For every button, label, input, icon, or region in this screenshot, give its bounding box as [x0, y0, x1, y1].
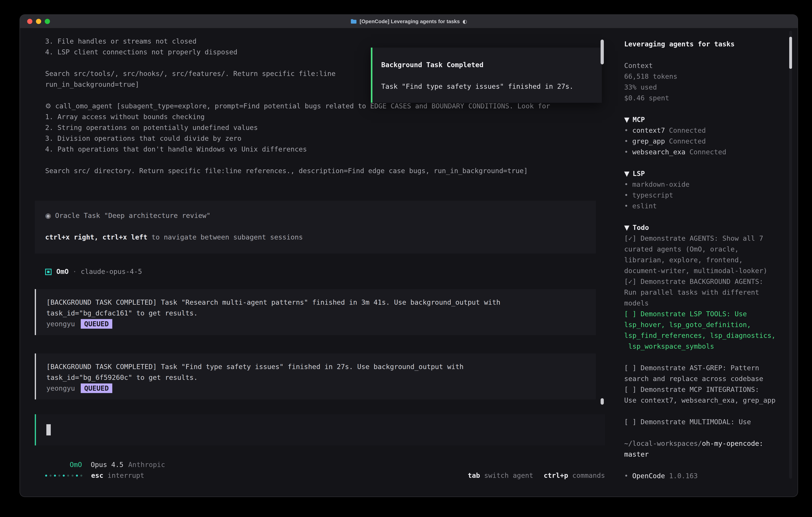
bullet-icon: •: [624, 180, 628, 188]
titlebar: [OpenCode] Leveraging agents for tasks ◐: [20, 15, 798, 28]
background-task-message: [BACKGROUND TASK COMPLETED] Task "Resear…: [35, 289, 596, 335]
bullet-icon: •: [624, 137, 628, 145]
agent-model: claude-opus-4-5: [81, 266, 142, 277]
mcp-item: •websearch_exaConnected: [624, 147, 784, 158]
todo-line-active: lsp_find_references, lsp_diagnostics,: [624, 330, 784, 341]
todo-line: curated agents (OmO, oracle,: [624, 244, 784, 255]
app-version: 1.0.163: [669, 472, 698, 480]
todo-line-active: lsp_workspace_symbols: [624, 341, 784, 352]
lsp-name: eslint: [632, 202, 657, 210]
window-title-text: [OpenCode] Leveraging agents for tasks: [360, 19, 460, 24]
todo-line: [ ] Demonstrate AST-GREP: Pattern: [624, 363, 784, 374]
message-line: task_id="bg_6f59260c" to get results.: [46, 372, 596, 383]
agent-name: OmO: [56, 266, 68, 277]
bullet-icon: •: [624, 191, 628, 199]
screen: [OpenCode] Leveraging agents for tasks ◐…: [0, 0, 812, 517]
message-user: yeongyu: [46, 384, 75, 392]
esc-label: [103, 470, 108, 481]
mcp-heading: MCP: [633, 115, 645, 124]
bullet-icon: •: [624, 126, 628, 134]
separator-dot: ·: [72, 266, 77, 277]
close-button[interactable]: [27, 19, 32, 24]
status-badge: QUEUED: [81, 383, 112, 393]
ctrlp-label: commands: [572, 471, 605, 480]
todo-line-active: [ ] Demonstrate LSP TOOLS: Use: [624, 309, 784, 320]
workspace-repo: oh-my-opencode:: [702, 439, 763, 447]
mcp-status: Connected: [669, 137, 706, 145]
traffic-lights: [27, 19, 50, 24]
todo-line: Run parallel tasks with different: [624, 287, 784, 298]
composer-model: Opus 4.5: [91, 461, 123, 469]
mcp-section-header[interactable]: ▼MCP: [624, 114, 784, 125]
workspace-branch: master: [624, 449, 784, 460]
gear-icon: ⚙: [45, 102, 51, 110]
tool-call-item: 2. String operations on potentially unde…: [45, 123, 550, 133]
status-badge: QUEUED: [81, 319, 112, 329]
ctrlp-shortcut: ctrl+p commands: [544, 470, 605, 481]
app-name: OpenCode: [632, 472, 665, 480]
context-tokens: 66,518 tokens: [624, 71, 784, 82]
todo-line: search and replace across codebase: [624, 374, 784, 384]
esc-key: esc: [91, 470, 103, 481]
chevron-down-icon: ▼: [624, 169, 629, 178]
progress-icon: ◐: [463, 19, 467, 24]
lsp-heading: LSP: [633, 169, 645, 178]
tab-shortcut: tab switch agent: [468, 470, 533, 481]
todo-line: [✓] Demonstrate AGENTS: Show all 7: [624, 233, 784, 244]
sidebar-scrollbar-track[interactable]: [789, 31, 792, 479]
message-meta: yeongyuQUEUED: [46, 319, 596, 329]
minimize-button[interactable]: [36, 19, 41, 24]
todo-line: [ ] Demonstrate MULTIMODAL: Use: [624, 417, 784, 428]
window-title: [OpenCode] Leveraging agents for tasks ◐: [350, 19, 467, 24]
lsp-section-header[interactable]: ▼LSP: [624, 168, 784, 179]
oracle-hint-text: to navigate between subagent sessions: [147, 233, 303, 241]
tool-call-item: 1. Array access without bounds checking: [45, 112, 550, 123]
workspace-path: ~/local-workspaces/oh-my-opencode:: [624, 438, 784, 449]
workspace-dir: ~/local-workspaces/: [624, 439, 702, 447]
todo-line: Use context7, websearch_exa, grep_app: [624, 395, 784, 406]
mcp-item: •context7Connected: [624, 125, 784, 136]
background-task-toast[interactable]: Background Task Completed Task "Find typ…: [371, 48, 602, 103]
tab-label: switch agent: [484, 471, 533, 480]
context-heading: Context: [624, 61, 653, 70]
tab-key: tab: [468, 471, 480, 480]
oracle-task-panel: ◉Oracle Task "Deep architecture review" …: [35, 201, 596, 253]
toast-body: Task "Find type safety issues" finished …: [381, 81, 602, 92]
lsp-item: •eslint: [624, 201, 784, 212]
folder-icon: [350, 19, 357, 24]
mcp-name: grep_app: [632, 137, 665, 145]
sidebar: Leveraging agents for tasks Context 66,5…: [616, 28, 798, 497]
status-right: tab switch agent ctrl+p commands: [457, 470, 605, 481]
lsp-name: typescript: [632, 191, 673, 199]
lsp-name: markdown-oxide: [632, 180, 690, 188]
todo-heading: Todo: [633, 223, 649, 232]
status-left: esc interrupt: [45, 470, 144, 481]
agent-session-header: OmO · claude-opus-4-5: [45, 266, 142, 277]
sidebar-scrollbar-thumb[interactable]: [789, 37, 792, 69]
main-scrollbar-thumb[interactable]: [601, 39, 604, 64]
chevron-down-icon: ▼: [624, 223, 629, 232]
spinner-icon: [45, 474, 82, 477]
mcp-status: Connected: [690, 148, 726, 156]
toast-title: Background Task Completed: [381, 60, 602, 71]
sidebar-title: Leveraging agents for tasks: [624, 39, 784, 50]
todo-line: [✓] Demonstrate BACKGROUND AGENTS:: [624, 276, 784, 287]
context-used: 33% used: [624, 82, 784, 93]
bullet-icon: •: [624, 472, 628, 480]
prompt-input[interactable]: [35, 414, 605, 445]
tool-call-item: 4. Path operations that don't handle Win…: [45, 144, 550, 155]
message-line: task_id="bg_dcfac161" to get results.: [46, 308, 596, 319]
oracle-hint: ctrl+x right, ctrl+x left to navigate be…: [45, 232, 596, 243]
message-line: [BACKGROUND TASK COMPLETED] Task "Resear…: [46, 297, 596, 308]
composer-model-line: OmOOpus 4.5Anthropic: [45, 448, 165, 459]
oracle-task-title: ◉Oracle Task "Deep architecture review": [45, 210, 596, 221]
todo-line: librarian, explore, frontend,: [624, 255, 784, 266]
background-task-message: [BACKGROUND TASK COMPLETED] Task "Find t…: [35, 353, 596, 400]
bullet-icon: •: [624, 148, 628, 156]
zoom-button[interactable]: [45, 19, 50, 24]
message-meta: yeongyuQUEUED: [46, 383, 596, 394]
todo-line: [ ] Demonstrate MCP INTEGRATIONS:: [624, 384, 784, 395]
main-scrollbar-marker[interactable]: [601, 398, 604, 405]
todo-section-header[interactable]: ▼Todo: [624, 222, 784, 233]
app-version-line: •OpenCode 1.0.163: [624, 471, 784, 482]
